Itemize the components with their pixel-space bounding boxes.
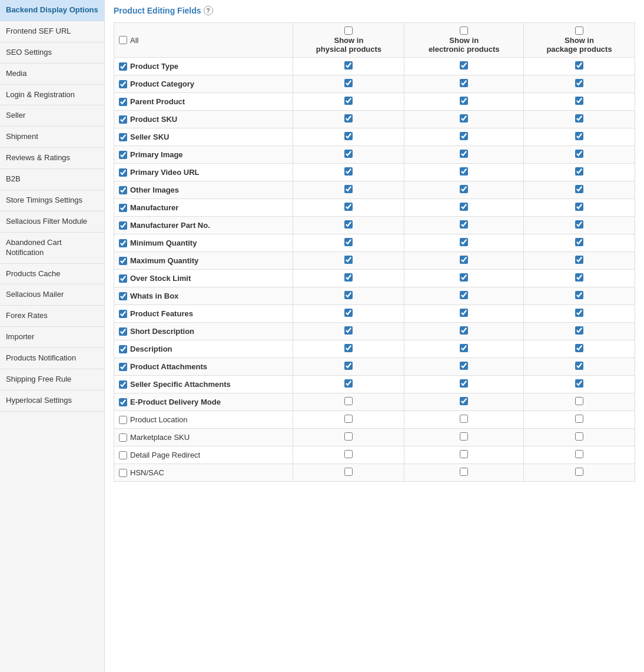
sidebar-item-9[interactable]: Store Timings Settings [0, 190, 104, 211]
check-electronic-5[interactable] [460, 150, 468, 158]
row-check-2[interactable] [119, 98, 127, 106]
check-electronic-9[interactable] [460, 220, 468, 229]
check-physical-23[interactable] [344, 468, 353, 476]
check-physical-10[interactable] [344, 238, 353, 246]
sidebar-item-18[interactable]: Hyperlocal Settings [0, 390, 104, 412]
check-electronic-18[interactable] [460, 379, 468, 388]
check-electronic-14[interactable] [460, 309, 468, 317]
check-package-8[interactable] [575, 203, 583, 211]
check-package-9[interactable] [575, 220, 583, 229]
check-physical-14[interactable] [344, 309, 353, 317]
check-package-1[interactable] [575, 79, 583, 87]
row-check-3[interactable] [119, 115, 127, 124]
check-electronic-11[interactable] [460, 256, 468, 264]
check-physical-7[interactable] [344, 185, 353, 193]
sidebar-item-5[interactable]: Seller [0, 105, 104, 127]
row-check-8[interactable] [119, 204, 127, 212]
check-physical-15[interactable] [344, 326, 353, 335]
check-physical-1[interactable] [344, 79, 353, 87]
sidebar-item-13[interactable]: Sellacious Mailer [0, 284, 104, 306]
row-check-1[interactable] [119, 80, 127, 88]
check-package-20[interactable] [575, 415, 583, 423]
check-electronic-4[interactable] [460, 132, 468, 140]
row-check-18[interactable] [119, 380, 127, 389]
row-check-6[interactable] [119, 168, 127, 177]
sidebar-item-17[interactable]: Shipping Free Rule [0, 369, 104, 390]
sidebar-item-12[interactable]: Products Cache [0, 264, 104, 285]
check-package-0[interactable] [575, 61, 583, 69]
check-physical-16[interactable] [344, 344, 353, 352]
check-physical-4[interactable] [344, 132, 353, 140]
check-physical-9[interactable] [344, 220, 353, 229]
row-check-5[interactable] [119, 151, 127, 159]
row-check-16[interactable] [119, 345, 127, 353]
check-physical-2[interactable] [344, 97, 353, 105]
check-electronic-10[interactable] [460, 238, 468, 246]
row-check-22[interactable] [119, 451, 127, 459]
check-physical-8[interactable] [344, 203, 353, 211]
check-electronic-12[interactable] [460, 273, 468, 282]
check-package-23[interactable] [575, 468, 583, 476]
check-electronic-7[interactable] [460, 185, 468, 193]
row-check-11[interactable] [119, 257, 127, 265]
check-electronic-1[interactable] [460, 79, 468, 87]
check-electronic-21[interactable] [460, 432, 468, 441]
check-package-22[interactable] [575, 450, 583, 458]
check-electronic-20[interactable] [460, 415, 468, 423]
sidebar-item-2[interactable]: SEO Settings [0, 42, 104, 64]
check-electronic-6[interactable] [460, 167, 468, 176]
check-electronic-17[interactable] [460, 362, 468, 370]
check-package-13[interactable] [575, 291, 583, 299]
check-package-18[interactable] [575, 379, 583, 388]
check-electronic-15[interactable] [460, 326, 468, 335]
check-physical-19[interactable] [344, 397, 353, 405]
check-physical-11[interactable] [344, 256, 353, 264]
check-physical-20[interactable] [344, 415, 353, 423]
sidebar-item-11[interactable]: Abandoned Cart Notification [0, 233, 104, 264]
row-check-10[interactable] [119, 239, 127, 247]
check-electronic-13[interactable] [460, 291, 468, 299]
row-check-21[interactable] [119, 433, 127, 442]
check-package-2[interactable] [575, 97, 583, 105]
check-electronic-0[interactable] [460, 61, 468, 69]
check-package-14[interactable] [575, 309, 583, 317]
row-check-17[interactable] [119, 363, 127, 371]
row-check-20[interactable] [119, 416, 127, 424]
row-check-9[interactable] [119, 221, 127, 230]
sidebar-item-4[interactable]: Login & Registration [0, 85, 104, 106]
check-all-package[interactable] [575, 27, 583, 35]
check-package-19[interactable] [575, 397, 583, 405]
check-package-7[interactable] [575, 185, 583, 193]
check-physical-5[interactable] [344, 150, 353, 158]
row-check-15[interactable] [119, 327, 127, 336]
check-physical-17[interactable] [344, 362, 353, 370]
check-electronic-16[interactable] [460, 344, 468, 352]
row-check-7[interactable] [119, 186, 127, 194]
sidebar-item-15[interactable]: Importer [0, 327, 104, 348]
check-all-electronic[interactable] [460, 27, 468, 35]
check-physical-21[interactable] [344, 432, 353, 441]
check-package-17[interactable] [575, 362, 583, 370]
check-all[interactable] [119, 36, 127, 44]
check-physical-6[interactable] [344, 167, 353, 176]
check-package-4[interactable] [575, 132, 583, 140]
check-electronic-22[interactable] [460, 450, 468, 458]
check-electronic-8[interactable] [460, 203, 468, 211]
row-check-19[interactable] [119, 398, 127, 406]
check-electronic-23[interactable] [460, 468, 468, 476]
check-physical-18[interactable] [344, 379, 353, 388]
check-package-11[interactable] [575, 256, 583, 264]
check-package-15[interactable] [575, 326, 583, 335]
sidebar-item-3[interactable]: Media [0, 64, 104, 85]
check-package-12[interactable] [575, 273, 583, 282]
check-physical-12[interactable] [344, 273, 353, 282]
row-check-23[interactable] [119, 469, 127, 477]
sidebar-item-1[interactable]: Frontend SEF URL [0, 21, 104, 42]
check-package-10[interactable] [575, 238, 583, 246]
sidebar-item-14[interactable]: Forex Rates [0, 306, 104, 327]
row-check-14[interactable] [119, 310, 127, 318]
check-physical-22[interactable] [344, 450, 353, 458]
row-check-4[interactable] [119, 133, 127, 141]
check-physical-0[interactable] [344, 61, 353, 69]
check-physical-13[interactable] [344, 291, 353, 299]
